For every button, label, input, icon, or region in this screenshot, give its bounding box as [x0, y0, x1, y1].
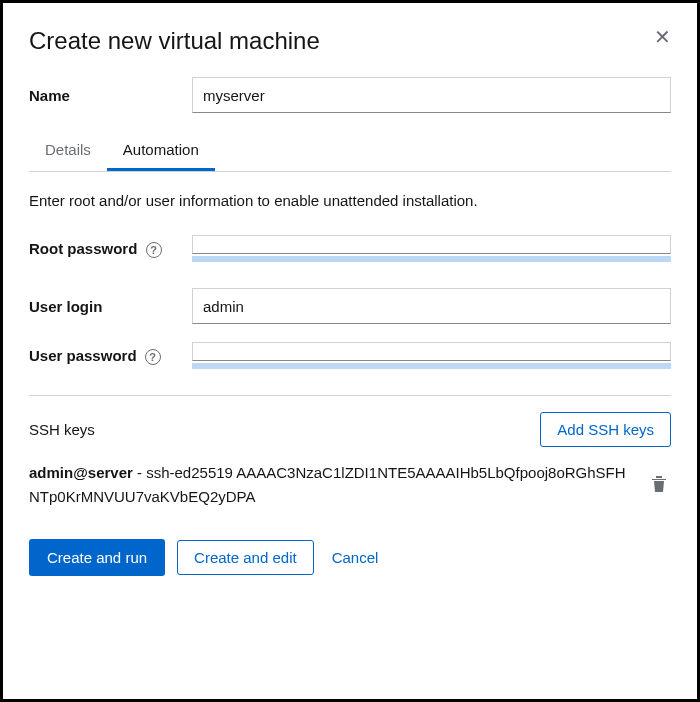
create-and-edit-button[interactable]: Create and edit	[177, 540, 314, 575]
trash-icon	[651, 475, 667, 493]
dialog-title: Create new virtual machine	[29, 27, 320, 55]
tab-details[interactable]: Details	[29, 131, 107, 171]
root-password-input[interactable]	[192, 235, 671, 254]
name-label: Name	[29, 87, 192, 104]
tab-automation[interactable]: Automation	[107, 131, 215, 171]
ssh-key-entry: admin@server - ssh-ed25519 AAAAC3NzaC1lZ…	[29, 461, 671, 509]
ssh-keys-label: SSH keys	[29, 421, 95, 438]
cancel-button[interactable]: Cancel	[326, 539, 385, 576]
close-button[interactable]: ✕	[654, 27, 671, 47]
password-strength-bar	[192, 256, 671, 262]
dialog-footer: Create and run Create and edit Cancel	[29, 539, 671, 576]
user-login-label: User login	[29, 298, 192, 315]
divider	[29, 395, 671, 396]
user-password-input[interactable]	[192, 342, 671, 361]
tabs: Details Automation	[29, 131, 671, 172]
create-and-run-button[interactable]: Create and run	[29, 539, 165, 576]
user-password-label: User password ?	[29, 347, 192, 365]
help-icon[interactable]: ?	[146, 242, 162, 258]
delete-ssh-key-button[interactable]	[647, 471, 671, 500]
help-icon[interactable]: ?	[145, 349, 161, 365]
ssh-key-text: admin@server - ssh-ed25519 AAAAC3NzaC1lZ…	[29, 461, 647, 509]
root-password-label: Root password ?	[29, 240, 192, 258]
user-login-input[interactable]	[192, 288, 671, 324]
automation-description: Enter root and/or user information to en…	[29, 192, 671, 209]
password-strength-bar	[192, 363, 671, 369]
add-ssh-keys-button[interactable]: Add SSH keys	[540, 412, 671, 447]
name-input[interactable]	[192, 77, 671, 113]
close-icon: ✕	[654, 26, 671, 48]
